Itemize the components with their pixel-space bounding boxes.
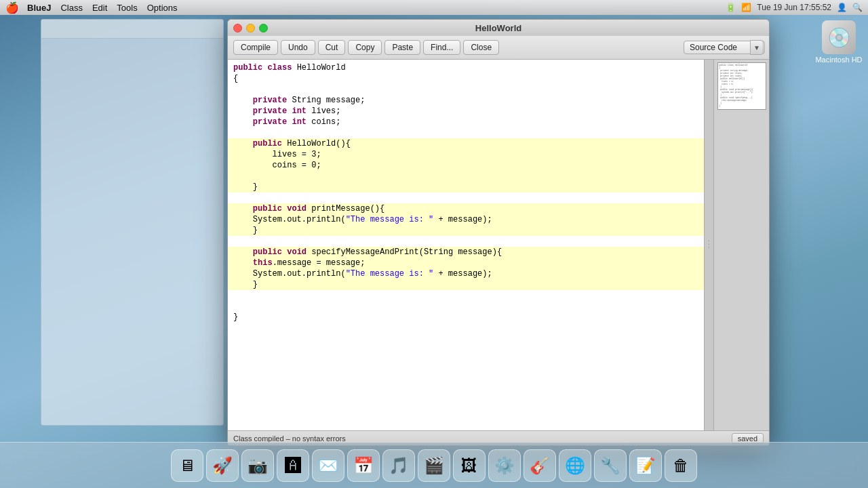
dock-preview[interactable]: 🖼 [453,449,486,482]
search-icon[interactable]: 🔍 [852,3,863,12]
code-line: lives = 3; [228,149,704,160]
dock: 🖥 🚀 📷 🅰 ✉️ 📅 🎵 🎬 🖼 ⚙️ 🎸 🌐 🔧 📝 🗑 [0,442,868,488]
dock-appstore[interactable]: 🅰 [277,449,309,482]
code-line [228,290,704,301]
menu-tools[interactable]: Tools [117,3,137,13]
code-line: } [228,225,704,236]
menu-edit[interactable]: Edit [92,3,107,13]
dock-misc2[interactable]: 📝 [629,449,662,482]
view-mode-select[interactable]: Source Code Documentation [684,41,765,54]
code-line: } [228,182,704,192]
dock-finder[interactable]: 🖥 [171,449,203,482]
undo-button[interactable]: Undo [281,40,315,55]
apple-menu[interactable]: 🍎 [5,1,19,14]
clock: Tue 19 Jun 17:55:52 [757,3,831,12]
bluej-diagram-panel [41,19,224,426]
preview-panel: public class HelloWorld { private String… [713,60,769,430]
status-text: Class compiled – no syntax errors [233,434,732,443]
code-line: public class HelloWorld [228,62,704,73]
code-line: { [228,73,704,84]
dock-systemprefs[interactable]: ⚙️ [488,449,521,482]
code-line: private int coins; [228,117,704,127]
dock-launchpad[interactable]: 🚀 [206,449,239,482]
menu-class[interactable]: Class [60,3,83,13]
menu-bluej[interactable]: BlueJ [27,3,51,13]
code-line: private String message; [228,95,704,106]
bluej-window: HelloWorld Compile Undo Cut Copy Paste F… [227,19,770,446]
disk-image: 💿 [822,20,856,54]
dock-mail[interactable]: ✉️ [312,449,344,482]
window-title: HelloWorld [475,23,521,33]
code-editor[interactable]: public class HelloWorld { private String… [228,60,704,430]
code-line: this.message = message; [228,258,704,268]
code-line [228,127,704,138]
code-line: public void printMessage(){ [228,203,704,214]
source-code-dropdown[interactable]: Source Code Documentation ▼ [684,40,764,55]
code-line [228,84,704,95]
wifi-icon: 📶 [741,3,751,12]
code-line: } [228,279,704,290]
cut-button[interactable]: Cut [318,40,346,55]
paste-button[interactable]: Paste [384,40,420,55]
battery-icon: 🔋 [726,3,736,12]
code-line: } [228,312,704,323]
window-titlebar: HelloWorld [228,20,769,36]
code-line [228,301,704,312]
menubar-right: 🔋 📶 Tue 19 Jun 17:55:52 👤 🔍 [726,3,863,12]
user-icon: 👤 [837,3,847,12]
disk-icon[interactable]: 💿 Macintosh HD [815,20,863,64]
code-line [228,171,704,182]
code-line: public void specifyMessageAndPrint(Strin… [228,247,704,258]
code-line: public HelloWorld(){ [228,138,704,149]
dock-itunes[interactable]: 🎵 [382,449,415,482]
code-thumbnail: public class HelloWorld { private String… [717,62,766,110]
resize-dots: ··· [705,240,713,249]
code-line: System.out.println("The message is: " + … [228,268,704,279]
menu-options[interactable]: Options [147,3,178,13]
resize-handle[interactable]: ··· [704,60,713,430]
diagram-toolbar [41,20,223,39]
compile-button[interactable]: Compile [233,40,278,55]
dock-network[interactable]: 🌐 [559,449,591,482]
code-line: System.out.println("The message is: " + … [228,214,704,225]
code-line: coins = 0; [228,160,704,171]
dock-photos[interactable]: 📷 [241,449,274,482]
disk-label: Macintosh HD [815,56,862,64]
dock-misc1[interactable]: 🔧 [594,449,627,482]
dock-calendar[interactable]: 📅 [347,449,380,482]
code-line [228,236,704,247]
traffic-lights [233,24,268,33]
dock-dvdplayer[interactable]: 🎬 [418,449,450,482]
copy-button[interactable]: Copy [348,40,382,55]
dock-guitar[interactable]: 🎸 [524,449,556,482]
code-line [228,192,704,203]
maximize-button[interactable] [259,24,268,33]
menubar: 🍎 BlueJ Class Edit Tools Options 🔋 📶 Tue… [0,0,868,15]
toolbar: Compile Undo Cut Copy Paste Find... Clos… [228,36,769,60]
desktop: 🍎 BlueJ Class Edit Tools Options 🔋 📶 Tue… [0,0,868,488]
close-button-toolbar[interactable]: Close [463,40,499,55]
code-line: private int lives; [228,106,704,117]
code-area: public class HelloWorld { private String… [228,60,769,430]
find-button[interactable]: Find... [423,40,460,55]
dock-trash[interactable]: 🗑 [665,449,697,482]
close-button[interactable] [233,24,242,33]
minimize-button[interactable] [246,24,255,33]
